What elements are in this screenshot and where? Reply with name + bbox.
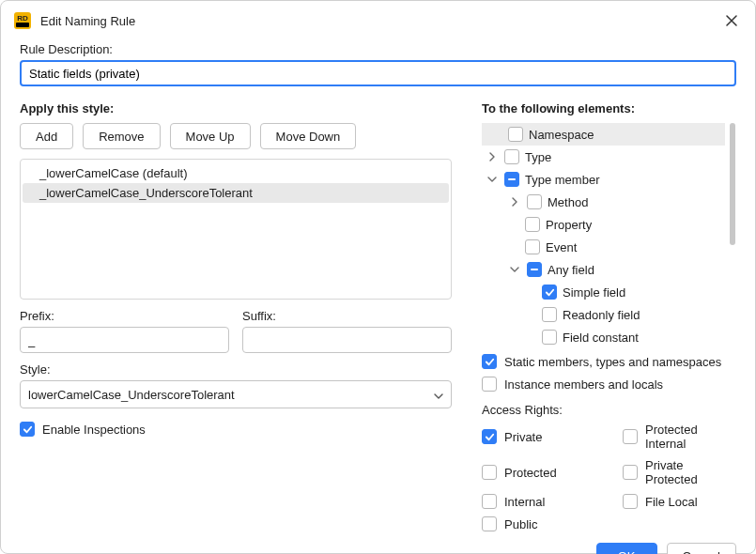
checkbox-icon[interactable]	[525, 239, 540, 254]
apply-style-heading: Apply this style:	[20, 101, 452, 115]
move-down-button[interactable]: Move Down	[260, 123, 357, 149]
enable-inspections-checkbox[interactable]: Enable Inspections	[20, 422, 452, 437]
checkbox-icon[interactable]	[542, 307, 557, 322]
suffix-input[interactable]	[242, 327, 452, 353]
style-select-value: lowerCamelCase_UnderscoreTolerant	[28, 388, 235, 402]
checkbox-icon	[482, 494, 497, 509]
edit-naming-rule-dialog: RD Edit Naming Rule Rule Description: Ap…	[0, 0, 756, 554]
checkbox-icon	[482, 354, 497, 369]
tree-row-event[interactable]: Event	[482, 236, 725, 258]
checkbox-icon[interactable]	[508, 127, 523, 142]
access-internal-checkbox[interactable]: Internal	[482, 494, 613, 509]
tree-row-type[interactable]: Type	[482, 146, 725, 168]
chevron-down-icon	[434, 390, 443, 399]
window-title: Edit Naming Rule	[40, 14, 721, 28]
access-private-checkbox[interactable]: Private	[482, 423, 613, 451]
chevron-down-icon[interactable]	[508, 263, 521, 276]
checkbox-icon	[20, 422, 35, 437]
checkbox-icon[interactable]	[542, 330, 557, 345]
ok-button[interactable]: OK	[596, 543, 657, 554]
enable-inspections-label: Enable Inspections	[42, 423, 146, 437]
rule-description-label: Rule Description:	[20, 42, 736, 56]
access-public-checkbox[interactable]: Public	[482, 516, 613, 531]
style-label: Style:	[20, 362, 452, 377]
checkbox-icon	[623, 465, 638, 480]
checkbox-icon	[482, 465, 497, 480]
move-up-button[interactable]: Move Up	[170, 123, 251, 149]
elements-heading: To the following elements:	[482, 101, 736, 115]
tree-row-readonly-field[interactable]: Readonly field	[482, 303, 725, 326]
checkbox-icon	[482, 429, 497, 444]
add-button[interactable]: Add	[20, 123, 73, 149]
elements-tree[interactable]: Namespace Type Type member	[482, 123, 736, 346]
prefix-label: Prefix:	[20, 309, 229, 323]
tree-row-any-field[interactable]: Any field	[482, 258, 725, 281]
dialog-footer: OK Cancel	[1, 531, 755, 554]
access-rights-label: Access Rights:	[482, 403, 736, 417]
access-file-local-checkbox[interactable]: File Local	[623, 494, 736, 509]
checkbox-icon[interactable]	[504, 149, 519, 164]
checkbox-icon	[482, 516, 497, 531]
chevron-right-icon[interactable]	[508, 195, 521, 208]
checkbox-icon	[623, 429, 638, 444]
close-icon	[726, 15, 737, 26]
checkbox-icon	[623, 494, 638, 509]
list-item[interactable]: _lowerCamelCase_UnderscoreTolerant	[23, 183, 449, 203]
chevron-right-icon[interactable]	[486, 150, 499, 163]
tree-row-namespace[interactable]: Namespace	[482, 123, 725, 146]
rule-description-input[interactable]	[20, 60, 736, 86]
tree-row-method[interactable]: Method	[482, 191, 725, 213]
prefix-input[interactable]	[20, 327, 229, 353]
access-private-protected-checkbox[interactable]: Private Protected	[623, 458, 736, 486]
styles-listbox[interactable]: _lowerCamelCase (default) _lowerCamelCas…	[20, 159, 452, 300]
remove-button[interactable]: Remove	[83, 123, 160, 149]
style-select[interactable]: lowerCamelCase_UnderscoreTolerant	[20, 380, 452, 408]
close-button[interactable]	[721, 10, 742, 31]
tree-scrollbar[interactable]	[729, 123, 736, 346]
checkbox-icon	[482, 377, 497, 392]
instance-members-checkbox[interactable]: Instance members and locals	[482, 377, 736, 392]
titlebar: RD Edit Naming Rule	[1, 1, 755, 37]
chevron-down-icon[interactable]	[486, 173, 499, 186]
checkbox-icon[interactable]	[527, 194, 542, 209]
checkbox-icon[interactable]	[542, 285, 557, 300]
tree-row-type-member[interactable]: Type member	[482, 168, 725, 191]
tree-row-property[interactable]: Property	[482, 213, 725, 236]
list-item[interactable]: _lowerCamelCase (default)	[23, 163, 449, 183]
app-icon: RD	[14, 12, 31, 29]
access-protected-internal-checkbox[interactable]: Protected Internal	[623, 423, 736, 451]
tree-row-field-constant[interactable]: Field constant	[482, 326, 725, 346]
checkbox-indeterminate-icon[interactable]	[527, 262, 542, 277]
checkbox-icon[interactable]	[525, 217, 540, 232]
tree-row-simple-field[interactable]: Simple field	[482, 281, 725, 303]
suffix-label: Suffix:	[242, 309, 452, 323]
dialog-content: Rule Description: Apply this style: Add …	[1, 37, 755, 531]
checkbox-indeterminate-icon[interactable]	[504, 172, 519, 187]
access-protected-checkbox[interactable]: Protected	[482, 458, 613, 486]
static-members-checkbox[interactable]: Static members, types and namespaces	[482, 354, 736, 369]
cancel-button[interactable]: Cancel	[667, 543, 736, 554]
